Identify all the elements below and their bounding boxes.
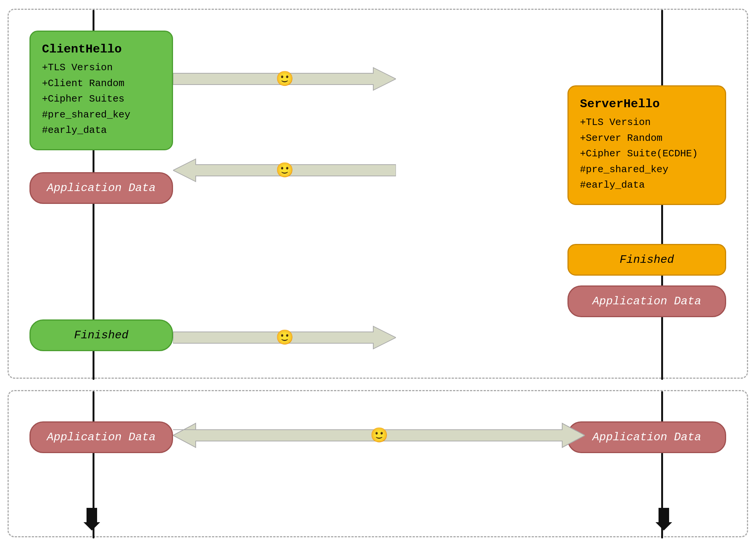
bottom-section: Application Data Application Data 🙂 [8,390,748,537]
finished-left-label: Finished [74,329,128,342]
client-hello-item-0: +TLS Version [42,60,161,76]
finished-left-box: Finished [29,319,173,351]
server-hello-item-3: #pre_shared_key [580,162,714,178]
client-hello-item-2: +Cipher Suites [42,91,161,107]
server-hello-item-1: +Server Random [580,131,714,147]
smiley-3: 🙂 [276,329,294,346]
app-data-right-bottom-label: Application Data [592,431,701,444]
app-data-left-top: Application Data [29,172,173,204]
arrow-down-right [656,508,672,532]
app-data-left-bottom-label: Application Data [47,431,156,444]
arrow-down-left [83,508,100,532]
finished-right-label: Finished [620,253,674,266]
server-hello-title: ServerHello [580,97,714,111]
client-hello-item-4: #early_data [42,123,161,139]
server-hello-item-4: #early_data [580,177,714,193]
top-section: ClientHello +TLS Version +Client Random … [8,9,748,379]
arrow-right-1: 🙂 [173,66,396,92]
server-hello-item-2: +Cipher Suite(ECDHE) [580,146,714,162]
arrow-down-left-svg [83,508,100,531]
app-data-right-top: Application Data [567,285,726,317]
server-hello-box: ServerHello +TLS Version +Server Random … [567,85,726,205]
arrow-both-bottom: 🙂 [173,421,585,449]
client-hello-item-1: +Client Random [42,76,161,92]
smiley-4: 🙂 [370,427,388,444]
server-hello-item-0: +TLS Version [580,115,714,131]
svg-marker-5 [656,508,672,531]
client-hello-box: ClientHello +TLS Version +Client Random … [29,31,173,150]
svg-marker-4 [83,508,100,531]
client-hello-items: +TLS Version +Client Random +Cipher Suit… [42,60,161,139]
client-hello-item-3: #pre_shared_key [42,107,161,123]
finished-right-box: Finished [567,244,726,276]
arrow-right-3: 🙂 [173,324,396,351]
server-hello-items: +TLS Version +Server Random +Cipher Suit… [580,115,714,193]
diagram-wrapper: ClientHello +TLS Version +Client Random … [8,9,748,537]
app-data-right-bottom: Application Data [567,421,726,453]
app-data-left-bottom: Application Data [29,421,173,453]
arrow-left-2: 🙂 [173,157,396,184]
app-data-right-top-label: Application Data [592,295,701,308]
client-hello-title: ClientHello [42,42,161,56]
smiley-1: 🙂 [276,70,294,88]
app-data-left-top-label: Application Data [47,182,156,194]
smiley-2: 🙂 [276,162,294,179]
arrow-down-right-svg [656,508,672,531]
